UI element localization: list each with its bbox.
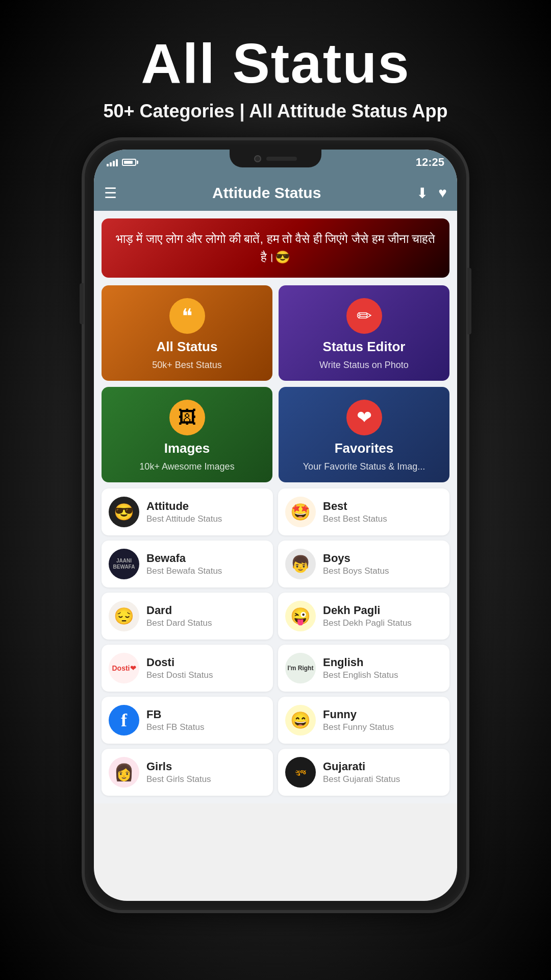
status-editor-title: Status Editor bbox=[323, 339, 406, 355]
avatar-gujarati: ગુજ bbox=[285, 757, 316, 788]
images-title: Images bbox=[164, 440, 210, 456]
status-bar: 12:25 bbox=[94, 150, 457, 175]
power-button bbox=[467, 268, 471, 334]
all-status-icon: ❝ bbox=[169, 298, 205, 334]
list-item-dekhpagli[interactable]: 😜 Dekh Pagli Best Dekh Pagli Status bbox=[278, 593, 449, 640]
all-status-subtitle: 50k+ Best Status bbox=[152, 360, 222, 371]
list-text-bewafa: Bewafa Best Bewafa Status bbox=[146, 552, 222, 576]
card-status-editor[interactable]: ✏ Status Editor Write Status on Photo bbox=[279, 285, 449, 381]
status-icons bbox=[107, 158, 139, 166]
front-camera bbox=[254, 155, 261, 162]
signal-icon bbox=[107, 158, 118, 166]
grid-cards-row1: ❝ All Status 50k+ Best Status ✏ Status E… bbox=[102, 285, 449, 381]
list-item-english[interactable]: I'm Right English Best English Status bbox=[278, 645, 449, 692]
all-status-title: All Status bbox=[157, 339, 218, 355]
card-images[interactable]: 🖼 Images 10k+ Awesome Images bbox=[102, 387, 272, 482]
list-text-gujarati: Gujarati Best Gujarati Status bbox=[323, 760, 400, 785]
phone-frame: 12:25 ☰ Attitude Status ⬇ ♥ भाड़ में जाए… bbox=[82, 137, 469, 913]
list-item-attitude[interactable]: 😎 Attitude Best Attitude Status bbox=[102, 488, 273, 535]
favorites-card-icon: ❤ bbox=[346, 400, 382, 435]
avatar-attitude: 😎 bbox=[109, 497, 139, 527]
card-all-status[interactable]: ❝ All Status 50k+ Best Status bbox=[102, 285, 272, 381]
images-subtitle: 10k+ Awesome Images bbox=[139, 461, 234, 472]
menu-icon[interactable]: ☰ bbox=[104, 185, 117, 202]
category-list: 😎 Attitude Best Attitude Status 🤩 Best B… bbox=[102, 488, 449, 796]
list-item-boys[interactable]: 👦 Boys Best Boys Status bbox=[278, 541, 449, 587]
favorites-title: Favorites bbox=[335, 440, 394, 456]
page-title: All Status bbox=[103, 31, 447, 95]
avatar-dosti: Dosti❤ bbox=[109, 653, 139, 683]
list-text-attitude: Attitude Best Attitude Status bbox=[146, 500, 222, 524]
list-item-fb[interactable]: f FB Best FB Status bbox=[102, 697, 273, 744]
list-item-bewafa[interactable]: JAANIBEWAFA Bewafa Best Bewafa Status bbox=[102, 541, 273, 587]
page-header: All Status 50+ Categories | All Attitude… bbox=[103, 31, 447, 122]
app-bar: ☰ Attitude Status ⬇ ♥ bbox=[94, 175, 457, 211]
avatar-bewafa: JAANIBEWAFA bbox=[109, 549, 139, 579]
speaker bbox=[266, 157, 297, 161]
list-text-dekhpagli: Dekh Pagli Best Dekh Pagli Status bbox=[323, 604, 412, 628]
list-text-english: English Best English Status bbox=[323, 656, 398, 680]
avatar-girls: 👩 bbox=[109, 757, 139, 788]
status-editor-subtitle: Write Status on Photo bbox=[319, 360, 409, 371]
list-item-best[interactable]: 🤩 Best Best Best Status bbox=[278, 488, 449, 535]
content-area: भाड़ में जाए लोग और लोगो की बातें, हम तो… bbox=[94, 211, 457, 803]
list-item-girls[interactable]: 👩 Girls Best Girls Status bbox=[102, 749, 273, 796]
grid-cards-row2: 🖼 Images 10k+ Awesome Images ❤ Favorites… bbox=[102, 387, 449, 482]
avatar-dekhpagli: 😜 bbox=[285, 601, 316, 631]
battery-icon bbox=[122, 159, 136, 166]
list-text-fb: FB Best FB Status bbox=[146, 708, 204, 732]
app-bar-title: Attitude Status bbox=[212, 184, 321, 202]
card-favorites[interactable]: ❤ Favorites Your Favorite Status & Imag.… bbox=[279, 387, 449, 482]
list-text-funny: Funny Best Funny Status bbox=[323, 708, 394, 732]
list-text-dard: Dard Best Dard Status bbox=[146, 604, 212, 628]
phone-screen: 12:25 ☰ Attitude Status ⬇ ♥ भाड़ में जाए… bbox=[94, 150, 457, 901]
quote-text: भाड़ में जाए लोग और लोगो की बातें, हम तो… bbox=[112, 230, 439, 266]
status-time: 12:25 bbox=[416, 156, 444, 169]
list-item-gujarati[interactable]: ગુજ Gujarati Best Gujarati Status bbox=[278, 749, 449, 796]
list-item-dard[interactable]: 😔 Dard Best Dard Status bbox=[102, 593, 273, 640]
download-icon[interactable]: ⬇ bbox=[416, 185, 428, 202]
status-editor-icon: ✏ bbox=[346, 298, 382, 334]
favorites-icon[interactable]: ♥ bbox=[438, 185, 447, 201]
list-text-girls: Girls Best Girls Status bbox=[146, 760, 211, 785]
avatar-fb: f bbox=[109, 705, 139, 736]
volume-button bbox=[80, 283, 84, 324]
avatar-english: I'm Right bbox=[285, 653, 316, 683]
list-item-funny[interactable]: 😄 Funny Best Funny Status bbox=[278, 697, 449, 744]
list-text-dosti: Dosti Best Dosti Status bbox=[146, 656, 213, 680]
images-icon: 🖼 bbox=[169, 400, 205, 435]
avatar-boys: 👦 bbox=[285, 549, 316, 579]
avatar-best: 🤩 bbox=[285, 497, 316, 527]
favorites-subtitle: Your Favorite Status & Imag... bbox=[303, 461, 425, 472]
list-text-best: Best Best Best Status bbox=[323, 500, 387, 524]
page-subtitle: 50+ Categories | All Attitude Status App bbox=[103, 101, 447, 122]
quote-banner[interactable]: भाड़ में जाए लोग और लोगो की बातें, हम तो… bbox=[102, 218, 449, 278]
notch bbox=[230, 150, 321, 167]
avatar-dard: 😔 bbox=[109, 601, 139, 631]
list-text-boys: Boys Best Boys Status bbox=[323, 552, 389, 576]
avatar-funny: 😄 bbox=[285, 705, 316, 736]
list-item-dosti[interactable]: Dosti❤ Dosti Best Dosti Status bbox=[102, 645, 273, 692]
app-bar-actions: ⬇ ♥ bbox=[416, 185, 447, 202]
